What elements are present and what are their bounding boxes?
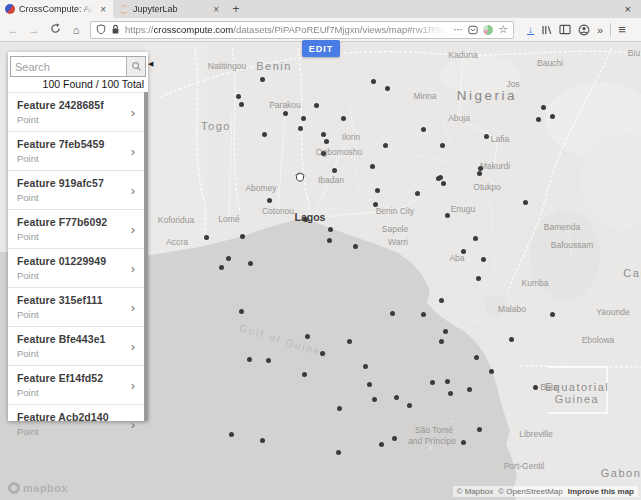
map-point[interactable] bbox=[550, 114, 555, 119]
tab-crosscompute[interactable]: CrossCompute: Automat × bbox=[0, 0, 113, 18]
map-point[interactable] bbox=[262, 132, 267, 137]
overflow-menu-icon[interactable]: » bbox=[597, 24, 603, 36]
map-point[interactable] bbox=[445, 213, 450, 218]
map-point[interactable] bbox=[248, 261, 253, 266]
map-point[interactable] bbox=[474, 355, 479, 360]
map-point[interactable] bbox=[467, 387, 472, 392]
url-bar[interactable]: https://crosscompute.com/datasets/PiPAPo… bbox=[90, 21, 514, 39]
map-point[interactable] bbox=[385, 86, 390, 91]
mapbox-attribution-link[interactable]: © Mapbox bbox=[457, 487, 494, 496]
map-point[interactable] bbox=[421, 127, 426, 132]
search-input[interactable] bbox=[11, 57, 126, 76]
map-point[interactable] bbox=[533, 385, 538, 390]
map-point[interactable] bbox=[363, 364, 368, 369]
feature-list-item[interactable]: Feature Ef14fd52 Point › bbox=[8, 366, 144, 405]
map-point[interactable] bbox=[439, 298, 444, 303]
map-point[interactable] bbox=[367, 382, 372, 387]
feature-list-item[interactable]: Feature 2428685f Point › bbox=[8, 93, 144, 132]
map-point[interactable] bbox=[267, 198, 272, 203]
map-point[interactable] bbox=[302, 372, 307, 377]
osm-attribution-link[interactable]: © OpenStreetMap bbox=[498, 487, 563, 496]
map-point[interactable] bbox=[523, 200, 528, 205]
map-point[interactable] bbox=[219, 265, 224, 270]
lock-icon[interactable] bbox=[111, 24, 120, 35]
map-point[interactable] bbox=[430, 380, 435, 385]
map-point[interactable] bbox=[204, 235, 209, 240]
sidebar-toggle-icon[interactable] bbox=[559, 24, 571, 35]
map-point[interactable] bbox=[373, 202, 378, 207]
map-point[interactable] bbox=[415, 191, 420, 196]
tab-close-icon[interactable]: × bbox=[98, 4, 108, 15]
library-icon[interactable] bbox=[541, 24, 552, 36]
map-point[interactable] bbox=[476, 276, 481, 281]
map-point[interactable] bbox=[390, 311, 395, 316]
map-point[interactable] bbox=[328, 227, 333, 232]
page-actions-icon[interactable]: ⋯ bbox=[453, 24, 463, 35]
map-point[interactable] bbox=[421, 312, 426, 317]
map-point[interactable] bbox=[303, 217, 308, 222]
map-point[interactable] bbox=[314, 103, 319, 108]
shield-icon[interactable] bbox=[96, 24, 106, 35]
map-point[interactable] bbox=[443, 329, 448, 334]
map-point[interactable] bbox=[370, 164, 375, 169]
map-point[interactable] bbox=[372, 397, 377, 402]
map-point[interactable] bbox=[336, 450, 341, 455]
map-point[interactable] bbox=[305, 334, 310, 339]
map-point[interactable] bbox=[536, 117, 541, 122]
bookmark-star-icon[interactable]: ☆ bbox=[498, 23, 508, 36]
new-tab-button[interactable]: + bbox=[226, 0, 246, 18]
map-point[interactable] bbox=[236, 94, 241, 99]
map-point[interactable] bbox=[321, 151, 326, 156]
map-point[interactable] bbox=[394, 395, 399, 400]
improve-map-link[interactable]: Improve this map bbox=[568, 487, 634, 496]
home-button[interactable]: ⌂ bbox=[69, 24, 83, 36]
map-point[interactable] bbox=[448, 391, 453, 396]
window-close-button[interactable]: × bbox=[615, 0, 641, 18]
app-menu-icon[interactable]: ≡ bbox=[618, 22, 626, 37]
map-point[interactable] bbox=[489, 369, 494, 374]
map-point[interactable] bbox=[247, 357, 252, 362]
map-point[interactable] bbox=[260, 77, 265, 82]
map-point[interactable] bbox=[477, 427, 482, 432]
feature-list-item[interactable]: Feature 7feb5459 Point › bbox=[8, 132, 144, 171]
account-icon[interactable] bbox=[578, 24, 590, 36]
map-point[interactable] bbox=[327, 238, 332, 243]
map-point[interactable] bbox=[484, 134, 489, 139]
map-point[interactable] bbox=[375, 188, 380, 193]
feature-list-item[interactable]: Feature Bfe443e1 Point › bbox=[8, 327, 144, 366]
map-point[interactable] bbox=[347, 339, 352, 344]
map-point[interactable] bbox=[240, 234, 245, 239]
map-point[interactable] bbox=[332, 168, 337, 173]
map-point[interactable] bbox=[509, 337, 514, 342]
map-point[interactable] bbox=[321, 132, 326, 137]
map-point[interactable] bbox=[441, 181, 446, 186]
edit-button[interactable]: EDIT bbox=[302, 40, 340, 57]
map-point[interactable] bbox=[383, 143, 388, 148]
map-point[interactable] bbox=[392, 436, 397, 441]
pocket-icon[interactable] bbox=[468, 25, 478, 35]
map-point[interactable] bbox=[337, 406, 342, 411]
map-point[interactable] bbox=[226, 256, 231, 261]
map-point[interactable] bbox=[301, 116, 306, 121]
map-point[interactable] bbox=[438, 175, 443, 180]
map-point[interactable] bbox=[445, 379, 450, 384]
map-point[interactable] bbox=[260, 438, 265, 443]
map-point[interactable] bbox=[239, 102, 244, 107]
back-button[interactable]: ← bbox=[6, 24, 20, 36]
map-point[interactable] bbox=[371, 79, 376, 84]
feature-list-item[interactable]: Feature 315ef111 Point › bbox=[8, 288, 144, 327]
search-button[interactable] bbox=[126, 57, 145, 76]
tab-close-icon[interactable]: × bbox=[211, 4, 221, 15]
map-point[interactable] bbox=[239, 309, 244, 314]
feature-list-item[interactable]: Feature 919afc57 Point › bbox=[8, 171, 144, 210]
map-point[interactable] bbox=[440, 143, 445, 148]
feature-list-item[interactable]: Feature F77b6092 Point › bbox=[8, 210, 144, 249]
map-point[interactable] bbox=[481, 257, 486, 262]
map-point[interactable] bbox=[550, 312, 555, 317]
tab-jupyterlab[interactable]: JupyterLab × bbox=[113, 0, 226, 18]
map-point[interactable] bbox=[461, 440, 466, 445]
map-point[interactable] bbox=[477, 171, 482, 176]
forward-button[interactable]: → bbox=[27, 24, 41, 36]
map-point[interactable] bbox=[298, 126, 303, 131]
map-point[interactable] bbox=[266, 358, 271, 363]
